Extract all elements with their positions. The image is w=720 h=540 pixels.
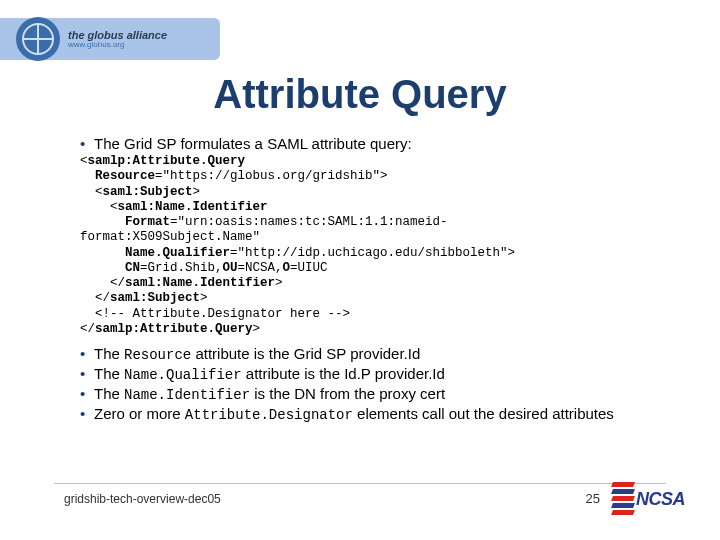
globus-globe-icon bbox=[16, 17, 60, 61]
bullet-post: is the DN from the proxy cert bbox=[250, 385, 445, 402]
bullet-item: The Name.Identifier is the DN from the p… bbox=[98, 385, 660, 403]
alliance-line1: the globus alliance bbox=[68, 29, 167, 41]
bullet-item: Zero or more Attribute.Designator elemen… bbox=[98, 405, 660, 423]
bullet-pre: The bbox=[94, 365, 124, 382]
bullet-mono: Name.Identifier bbox=[124, 387, 250, 403]
bullet-item: The Name.Qualifier attribute is the Id.P… bbox=[98, 365, 660, 383]
bullet-item: The Resource attribute is the Grid SP pr… bbox=[98, 345, 660, 363]
ncsa-text: NCSA bbox=[636, 489, 685, 510]
footer-divider bbox=[54, 483, 666, 484]
slide-content: The Grid SP formulates a SAML attribute … bbox=[80, 135, 660, 423]
ncsa-logo: NCSA bbox=[612, 482, 690, 518]
bullet-pre: The bbox=[94, 345, 124, 362]
header-bar: the globus alliance www.globus.org bbox=[0, 18, 220, 60]
page-number: 25 bbox=[586, 491, 600, 506]
bullet-pre: Zero or more bbox=[94, 405, 185, 422]
bullet-intro: The Grid SP formulates a SAML attribute … bbox=[98, 135, 660, 152]
bullet-list: The Resource attribute is the Grid SP pr… bbox=[80, 345, 660, 423]
bullet-post: elements call out the desired attributes bbox=[353, 405, 614, 422]
bullet-post: attribute is the Grid SP provider.Id bbox=[191, 345, 420, 362]
alliance-text: the globus alliance www.globus.org bbox=[68, 29, 167, 50]
bullet-post: attribute is the Id.P provider.Id bbox=[242, 365, 445, 382]
bullet-mono: Name.Qualifier bbox=[124, 367, 242, 383]
slide-title: Attribute Query bbox=[0, 72, 720, 117]
footer-text: gridshib-tech-overview-dec05 bbox=[64, 492, 221, 506]
bullet-pre: The bbox=[94, 385, 124, 402]
alliance-line2: www.globus.org bbox=[68, 41, 167, 50]
code-block: <samlp:Attribute.Query Resource="https:/… bbox=[80, 154, 660, 337]
bullet-mono: Resource bbox=[124, 347, 191, 363]
bullet-mono: Attribute.Designator bbox=[185, 407, 353, 423]
ncsa-bars-icon bbox=[612, 482, 634, 516]
